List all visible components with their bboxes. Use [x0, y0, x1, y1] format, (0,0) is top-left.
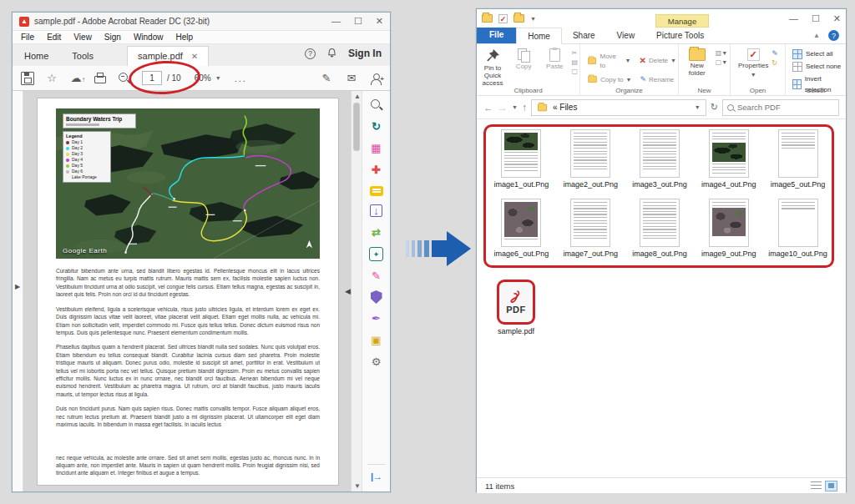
- file-item[interactable]: image3_out.Png: [627, 129, 693, 189]
- chevron-down-icon[interactable]: ▼: [695, 104, 701, 110]
- file-item[interactable]: image6_out.Png: [488, 199, 554, 258]
- maximize-button[interactable]: ☐: [354, 16, 362, 27]
- file-item[interactable]: image7_out.Png: [558, 199, 624, 258]
- file-item[interactable]: image5_out.Png: [765, 129, 831, 189]
- breadcrumb[interactable]: « Files ▼: [531, 99, 706, 116]
- export-pdf-icon[interactable]: [369, 119, 383, 134]
- nav-pane-strip[interactable]: ▶: [13, 91, 23, 491]
- stamp-icon[interactable]: [369, 333, 383, 347]
- acrobat-titlebar[interactable]: ▲ sample.pdf - Adobe Acrobat Reader DC (…: [13, 13, 390, 31]
- back-icon[interactable]: ←: [483, 102, 493, 113]
- file-item[interactable]: image9_out.Png: [696, 199, 761, 258]
- copy-to-button[interactable]: Copy to▼: [587, 75, 632, 84]
- tab-document[interactable]: sample.pdf ✕: [127, 46, 209, 66]
- history-icon[interactable]: ↻: [772, 59, 778, 67]
- explorer-titlebar[interactable]: ✓ ▼ Manage — ☐ ✕: [477, 9, 846, 28]
- star-icon[interactable]: ☆: [45, 72, 58, 85]
- print-icon[interactable]: [94, 72, 107, 85]
- search-input[interactable]: [737, 103, 834, 112]
- cloud-upload-icon[interactable]: ☁↑: [69, 72, 83, 85]
- easy-access-icon[interactable]: ▧▼: [716, 49, 728, 57]
- collapse-tools-icon[interactable]: ◀: [345, 287, 351, 295]
- close-button[interactable]: ✕: [376, 16, 383, 27]
- zoom-level-select[interactable]: 60%▼: [195, 73, 221, 83]
- copy-path-icon[interactable]: ▤: [571, 58, 578, 66]
- manage-tab[interactable]: Manage: [655, 14, 709, 28]
- copy-button[interactable]: Copy: [509, 47, 538, 71]
- select-all-button[interactable]: Select all: [792, 48, 832, 59]
- folder-icon[interactable]: [514, 14, 524, 23]
- pdf-file-item[interactable]: PDF sample.pdf: [497, 280, 535, 335]
- edit-icon[interactable]: ✎: [772, 49, 778, 58]
- checkmark-icon[interactable]: ✓: [498, 14, 508, 23]
- account-icon[interactable]: +: [370, 73, 382, 84]
- share-email-icon[interactable]: ✉: [345, 72, 358, 85]
- file-item[interactable]: image1_out.Png: [488, 129, 554, 189]
- recent-locations-icon[interactable]: ▼: [512, 104, 518, 110]
- tab-tools[interactable]: Tools: [60, 47, 105, 66]
- delete-button[interactable]: ✕Delete▼: [640, 52, 676, 70]
- expand-tools-icon[interactable]: |→: [367, 464, 386, 481]
- save-icon[interactable]: [21, 72, 34, 85]
- menu-item[interactable]: Window: [134, 33, 164, 42]
- more-tools-icon[interactable]: [369, 355, 383, 369]
- file-item[interactable]: image4_out.Png: [696, 129, 761, 189]
- menu-item[interactable]: Help: [175, 33, 193, 42]
- collapse-ribbon-icon[interactable]: ▲: [813, 32, 820, 39]
- search-box[interactable]: [722, 99, 839, 116]
- create-pdf-icon[interactable]: [369, 163, 383, 177]
- details-view-icon[interactable]: [811, 481, 822, 491]
- sign-pen-icon[interactable]: ✎: [320, 72, 333, 85]
- expand-pane-icon[interactable]: ▶: [15, 283, 20, 290]
- new-folder-button[interactable]: New folder: [681, 47, 713, 78]
- pin-quick-access-button[interactable]: Pin to Quick access: [478, 47, 507, 87]
- combine-files-icon[interactable]: [369, 204, 383, 218]
- forward-icon[interactable]: →: [498, 102, 508, 113]
- tab-home[interactable]: Home: [13, 47, 60, 66]
- file-item[interactable]: image8_out.Png: [627, 199, 693, 258]
- close-button[interactable]: ✕: [833, 13, 841, 24]
- folder-icon[interactable]: [482, 14, 493, 23]
- menu-item[interactable]: File: [21, 33, 34, 42]
- comment-icon[interactable]: [370, 186, 383, 196]
- tab-picture-tools[interactable]: Picture Tools: [645, 28, 715, 43]
- scroll-down-icon[interactable]: ▼: [354, 482, 361, 490]
- tab-home[interactable]: Home: [516, 28, 562, 44]
- acrobat-tools-icon[interactable]: [369, 247, 383, 261]
- find-icon[interactable]: [369, 98, 383, 112]
- vertical-scrollbar[interactable]: ▲ ▼: [351, 91, 362, 491]
- tab-share[interactable]: Share: [562, 28, 606, 43]
- select-none-button[interactable]: Select none: [792, 61, 841, 72]
- cut-icon[interactable]: ✂: [571, 49, 578, 57]
- properties-button[interactable]: ✓ Properties ▼: [737, 47, 769, 78]
- fill-sign-icon[interactable]: [369, 269, 383, 283]
- minimize-button[interactable]: —: [789, 13, 798, 24]
- notifications-icon[interactable]: [326, 48, 337, 59]
- page-number-input[interactable]: 1: [142, 71, 162, 85]
- sign-in-button[interactable]: Sign In: [348, 48, 382, 59]
- help-icon[interactable]: ?: [828, 30, 839, 41]
- organize-pages-icon[interactable]: [369, 141, 383, 155]
- tab-file[interactable]: File: [477, 28, 516, 43]
- scroll-up-icon[interactable]: ▲: [354, 93, 361, 100]
- move-to-button[interactable]: Move to▼: [587, 52, 631, 70]
- protect-pdf-icon[interactable]: [371, 290, 382, 304]
- paste-button[interactable]: Paste: [540, 47, 569, 71]
- paste-shortcut-icon[interactable]: ▢: [571, 68, 578, 75]
- file-item[interactable]: image2_out.Png: [558, 129, 624, 189]
- menu-item[interactable]: View: [73, 33, 92, 42]
- qat-chevron-icon[interactable]: ▼: [530, 16, 536, 22]
- tab-view[interactable]: View: [606, 28, 646, 43]
- close-tab-icon[interactable]: ✕: [191, 52, 198, 61]
- maximize-button[interactable]: ☐: [812, 13, 820, 24]
- menu-item[interactable]: Sign: [104, 33, 121, 42]
- compress-pdf-icon[interactable]: [369, 225, 383, 239]
- menu-item[interactable]: Edit: [47, 33, 61, 42]
- file-item[interactable]: image10_out.Png: [765, 199, 831, 258]
- rename-button[interactable]: ✎Rename: [640, 75, 675, 84]
- more-tools-icon[interactable]: ...: [235, 73, 247, 83]
- certificates-icon[interactable]: [369, 311, 383, 325]
- scrollbar-thumb[interactable]: [353, 103, 360, 151]
- up-icon[interactable]: ↑: [522, 102, 527, 113]
- zoom-out-icon[interactable]: [118, 72, 131, 85]
